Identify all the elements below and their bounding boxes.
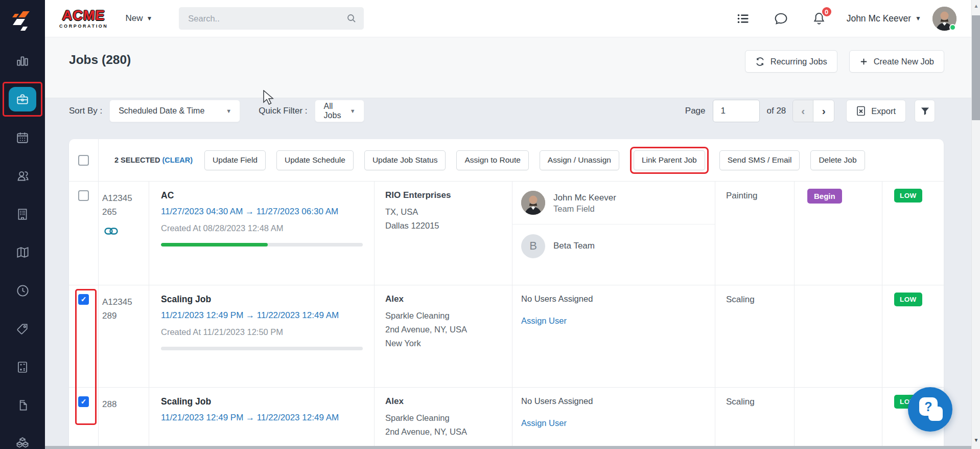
previous-page-button[interactable]: ‹ bbox=[793, 100, 813, 122]
assigned-user-team: Team Field bbox=[553, 204, 616, 214]
bulk-action-buttons: Update Field Update Schedule Update Job … bbox=[204, 147, 865, 174]
job-details-cell: AC 11/27/2023 04:30 AM → 11/27/2023 06:3… bbox=[149, 182, 375, 285]
messages-button[interactable] bbox=[774, 11, 788, 26]
quick-filter-dropdown[interactable]: All Jobs ▼ bbox=[315, 100, 364, 122]
customer-address-line: 2nd Avenue, NY, USA bbox=[385, 323, 507, 336]
jobs-table-card: 2 SELECTED (CLEAR) Update Field Update S… bbox=[69, 139, 944, 449]
assign-unassign-button[interactable]: Assign / Unassign bbox=[540, 150, 619, 170]
sidebar-item-teams[interactable] bbox=[0, 156, 45, 195]
customer-cell: Alex Sparkle Cleaning 2nd Avenue, NY, US… bbox=[375, 285, 512, 387]
row-3-checkbox[interactable]: ✓ bbox=[78, 396, 89, 407]
job-title: Scaling Job bbox=[161, 294, 360, 305]
job-created-at: Created At 11/21/2023 12:50 PM bbox=[161, 327, 360, 337]
zuper-logo[interactable] bbox=[0, 0, 45, 42]
assign-user-link[interactable]: Assign User bbox=[521, 316, 715, 326]
search-input[interactable] bbox=[188, 14, 346, 24]
job-category-cell: Painting bbox=[715, 182, 795, 285]
update-job-status-button[interactable]: Update Job Status bbox=[364, 150, 446, 170]
link-parent-job-button[interactable]: Link Parent Job bbox=[634, 150, 705, 170]
job-status-cell bbox=[795, 388, 882, 449]
company-logo-name: ACME bbox=[59, 9, 108, 23]
sort-by-label: Sort By : bbox=[69, 106, 102, 116]
sidebar bbox=[0, 0, 45, 449]
status-badge: Begin bbox=[807, 189, 842, 204]
customer-address-line: New York bbox=[385, 336, 507, 350]
tag-icon bbox=[16, 322, 29, 335]
search-icon[interactable] bbox=[346, 13, 357, 24]
job-id-cell: A12345 289 bbox=[99, 285, 149, 387]
sidebar-item-calendar[interactable] bbox=[0, 119, 45, 157]
filter-button[interactable] bbox=[915, 100, 935, 122]
export-label: Export bbox=[871, 106, 896, 116]
clock-icon bbox=[16, 284, 30, 298]
export-button[interactable]: Export bbox=[846, 100, 906, 122]
job-id-line1: A12345 bbox=[102, 295, 147, 309]
job-id-cell: 288 bbox=[99, 388, 149, 449]
sidebar-item-inventory[interactable] bbox=[0, 424, 45, 449]
sidebar-item-quotes[interactable] bbox=[0, 348, 45, 386]
chevron-down-icon: ▼ bbox=[146, 15, 152, 22]
next-page-button[interactable]: › bbox=[813, 100, 834, 122]
team-initial-avatar: B bbox=[521, 234, 545, 258]
assign-user-link[interactable]: Assign User bbox=[521, 418, 715, 428]
page-number-input[interactable] bbox=[713, 100, 760, 122]
help-fab-button[interactable]: ? bbox=[908, 387, 952, 432]
toolbar-left: Sort By : Scheduled Date & Time ▼ Quick … bbox=[69, 100, 364, 122]
horizontal-scrollbar[interactable] bbox=[45, 446, 971, 449]
update-field-button[interactable]: Update Field bbox=[204, 150, 266, 170]
sidebar-item-tags[interactable] bbox=[0, 310, 45, 348]
quick-filter-value: All Jobs bbox=[324, 102, 342, 120]
job-priority-cell: LOW bbox=[882, 285, 944, 387]
topbar: ACME CORPORATION New ▼ 0 John Mc Keever … bbox=[45, 0, 980, 37]
bulk-action-bar: 2 SELECTED (CLEAR) Update Field Update S… bbox=[69, 139, 944, 182]
customer-name: Alex bbox=[385, 294, 507, 304]
update-schedule-button[interactable]: Update Schedule bbox=[276, 150, 354, 170]
assigned-user: John Mc Keever Team Field bbox=[512, 182, 715, 224]
clear-selection-link[interactable]: (CLEAR) bbox=[162, 156, 193, 164]
notifications-button[interactable]: 0 bbox=[812, 11, 826, 26]
send-sms-email-button[interactable]: Send SMS / Email bbox=[719, 150, 800, 170]
select-all-checkbox[interactable] bbox=[78, 155, 89, 166]
assign-to-route-button[interactable]: Assign to Route bbox=[456, 150, 528, 170]
job-id-line1: 288 bbox=[102, 397, 147, 411]
sidebar-nav bbox=[0, 42, 45, 449]
sidebar-item-dashboard[interactable] bbox=[0, 42, 45, 80]
vertical-scrollbar[interactable]: ▲ ▼ bbox=[971, 0, 980, 449]
job-schedule-link[interactable]: 11/21/2023 12:49 PM → 11/22/2023 12:49 A… bbox=[161, 310, 360, 321]
selection-summary: 2 SELECTED (CLEAR) bbox=[114, 156, 193, 164]
company-logo: ACME CORPORATION bbox=[59, 9, 108, 29]
new-menu-dropdown[interactable]: New ▼ bbox=[125, 13, 152, 24]
job-created-at: Created At 08/28/2023 12:48 AM bbox=[161, 223, 360, 233]
scroll-down-arrow[interactable]: ▼ bbox=[972, 437, 980, 443]
user-avatar[interactable] bbox=[932, 7, 956, 31]
selected-count: 2 SELECTED bbox=[114, 156, 160, 164]
row-1-checkbox[interactable] bbox=[78, 190, 89, 201]
job-title: Scaling Job bbox=[161, 396, 360, 407]
scrollbar-thumb[interactable] bbox=[972, 15, 980, 120]
job-schedule-link[interactable]: 11/21/2023 12:49 PM → 11/22/2023 12:49 A… bbox=[161, 412, 360, 423]
page-header-actions: Recurring Jobs Create New Job bbox=[745, 50, 944, 73]
assigned-users-cell: John Mc Keever Team Field B Beta Team bbox=[512, 182, 715, 285]
recurring-jobs-button[interactable]: Recurring Jobs bbox=[745, 50, 837, 73]
customer-name: Alex bbox=[385, 396, 507, 407]
row-2-checkbox[interactable]: ✓ bbox=[78, 294, 89, 305]
sort-by-dropdown[interactable]: Scheduled Date & Time ▼ bbox=[109, 100, 240, 122]
job-status-cell bbox=[795, 285, 882, 387]
quick-filter-label: Quick Filter : bbox=[259, 106, 307, 116]
sidebar-item-map[interactable] bbox=[0, 233, 45, 272]
job-schedule-link[interactable]: 11/27/2023 04:30 AM → 11/27/2023 06:30 A… bbox=[161, 206, 360, 217]
user-menu[interactable]: John Mc Keever ▼ bbox=[847, 13, 921, 24]
sidebar-item-organization[interactable] bbox=[0, 195, 45, 233]
customer-address-line: Sparkle Cleaning bbox=[385, 309, 507, 323]
customer-cell: Alex Sparkle Cleaning 2nd Avenue, NY, US… bbox=[375, 388, 512, 449]
sidebar-item-timesheet[interactable] bbox=[0, 272, 45, 310]
create-new-job-button[interactable]: Create New Job bbox=[849, 50, 944, 73]
scroll-up-arrow[interactable]: ▲ bbox=[972, 3, 980, 9]
delete-job-button[interactable]: Delete Job bbox=[810, 150, 865, 170]
job-details-cell: Scaling Job 11/21/2023 12:49 PM → 11/22/… bbox=[149, 388, 375, 449]
linked-job-icon[interactable] bbox=[104, 227, 118, 236]
sidebar-item-jobs[interactable] bbox=[0, 80, 45, 119]
sidebar-item-documents[interactable] bbox=[0, 386, 45, 424]
job-category-cell: Scaling bbox=[715, 285, 795, 387]
activity-list-button[interactable] bbox=[736, 12, 750, 26]
